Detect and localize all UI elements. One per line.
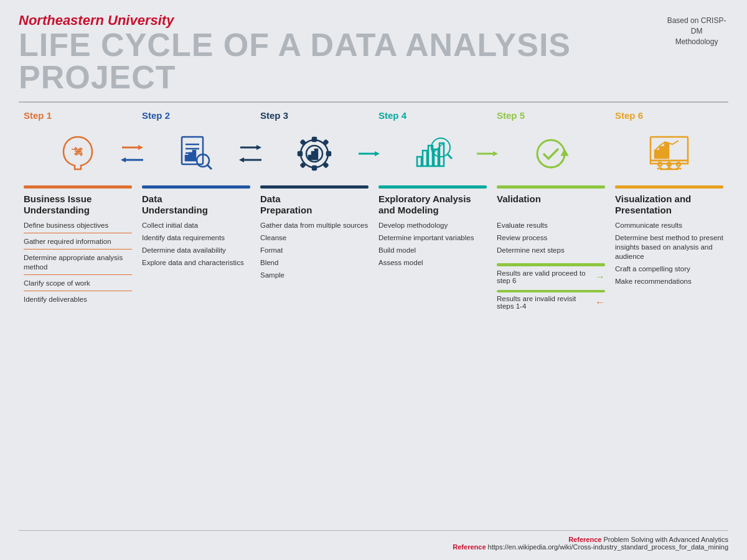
step2-icon-area (142, 126, 250, 182)
svg-rect-49 (665, 143, 669, 158)
step2-item-1: Collect initial data (142, 221, 250, 230)
svg-rect-29 (315, 149, 317, 159)
step3-items: Gather data from multiple sources Cleans… (260, 221, 369, 283)
step3-item-5: Sample (260, 271, 369, 280)
step2-item-2: Identify data requirements (142, 233, 250, 243)
step3-bar (260, 185, 369, 189)
title-divider (19, 101, 728, 103)
step1-icon (56, 132, 100, 175)
svg-rect-47 (655, 151, 659, 158)
main-title: LIFE CYCLE OF A DATA ANALYSIS PROJECT (19, 29, 665, 93)
step2-title: DataUnderstanding (142, 194, 250, 216)
step4-items: Develop methodology Determine important … (378, 221, 487, 271)
step6-bar (615, 185, 723, 189)
step-col-3: Step 3 (255, 110, 374, 525)
step6-item-3: Craft a compelling story (615, 264, 723, 274)
svg-point-37 (431, 138, 450, 157)
step5-icon (529, 132, 573, 175)
step4-label: Step 4 (378, 110, 487, 121)
step-col-6: Step 6 (610, 110, 728, 525)
references: Reference Problem Solving with Advanced … (19, 530, 728, 551)
arrow-left-darkblue2 (239, 155, 263, 165)
step5-bar (497, 185, 605, 189)
svg-rect-10 (193, 151, 195, 161)
step2-item-3: Determine data availability (142, 246, 250, 255)
svg-marker-1 (138, 145, 143, 150)
step5-item-2: Review process (497, 233, 605, 243)
step6-icon-area (615, 126, 723, 182)
step1-label: Step 1 (24, 110, 132, 121)
step5-label: Step 5 (497, 110, 605, 121)
steps-row: Step 1 (19, 110, 728, 525)
svg-marker-3 (121, 157, 126, 162)
svg-rect-28 (312, 152, 314, 159)
step2-bar (142, 185, 250, 189)
ref-label-2: Reference (453, 543, 486, 551)
step1-items: Define business objectives Gather requir… (24, 221, 132, 307)
step-col-1: Step 1 (19, 110, 137, 525)
ref-label-1: Reference (568, 536, 601, 543)
step1-item-1: Define business objectives (24, 221, 132, 233)
arrow-right-green (476, 149, 499, 159)
step-col-4: Step 4 (374, 110, 492, 525)
step4-item-4: Assess model (378, 258, 487, 268)
svg-rect-21 (298, 152, 302, 156)
step4-item-1: Develop methodology (378, 221, 487, 230)
step2-item-4: Explore data and characteristics (142, 258, 250, 268)
arrow-revisit: ← (595, 297, 605, 308)
step6-item-2: Determine best method to present insight… (615, 233, 723, 261)
arrow-left-blue (121, 155, 144, 165)
step5-invalid-revisit: Results are invalid revisit steps 1-4 ← (497, 295, 605, 310)
ref-line-2: Reference https://en.wikipedia.org/wiki/… (19, 543, 728, 551)
step2-items: Collect initial data Identify data requi… (142, 221, 250, 271)
step5-items: Evaluate results Review process Determin… (497, 221, 605, 258)
svg-rect-19 (312, 138, 316, 141)
arrow-3-4 (357, 149, 381, 159)
header-left: Northeastern University LIFE CYCLE OF A … (19, 12, 665, 98)
svg-rect-27 (309, 156, 311, 159)
step-col-2: Step 2 (137, 110, 255, 525)
step1-item-2: Gather required information (24, 237, 132, 250)
step5-valid-proceed: Results are valid proceed to step 6 → (497, 269, 605, 284)
step3-item-1: Gather data from multiple sources (260, 221, 369, 230)
header: Northeastern University LIFE CYCLE OF A … (19, 12, 728, 98)
step3-title: DataPreparation (260, 194, 369, 216)
step3-label: Step 3 (260, 110, 369, 121)
step1-item-4: Clarify scope of work (24, 279, 132, 291)
svg-rect-8 (186, 156, 188, 161)
step6-icon (647, 132, 691, 175)
step4-icon-area (378, 126, 487, 182)
step1-item-3: Determine appro­priate analysis method (24, 253, 132, 275)
arrow-right-darkblue (239, 142, 263, 152)
step1-title: Business IssueUnderstanding (24, 194, 132, 216)
step1-bar (24, 185, 132, 189)
svg-marker-40 (493, 151, 498, 156)
step5-item-1: Evaluate results (497, 221, 605, 230)
svg-rect-25 (301, 163, 305, 167)
step6-item-4: Make recommendations (615, 277, 723, 286)
step5-item-3: Determine next steps (497, 246, 605, 255)
svg-marker-31 (375, 151, 380, 156)
svg-rect-26 (324, 163, 328, 167)
svg-line-38 (448, 154, 452, 159)
ref-line-1: Reference Problem Solving with Advanced … (19, 536, 728, 543)
crisp-note: Based on CRISP-DM Methodology (665, 16, 728, 47)
step1-item-5: Identify deliverables (24, 295, 132, 304)
step4-bar (378, 185, 487, 189)
step5-title: Validation (497, 194, 605, 216)
step3-icon (293, 132, 336, 175)
arrow-proceed: → (595, 271, 605, 282)
step2-icon (174, 132, 218, 175)
svg-rect-32 (417, 157, 421, 166)
svg-rect-22 (327, 152, 331, 156)
step6-items: Communicate results Determine best metho… (615, 221, 723, 289)
svg-rect-9 (189, 153, 192, 161)
step5-divider1 (497, 263, 605, 266)
svg-line-12 (207, 165, 212, 169)
svg-marker-42 (562, 151, 567, 155)
step3-item-3: Format (260, 246, 369, 255)
step1-icon-area (24, 126, 132, 182)
main-container: Northeastern University LIFE CYCLE OF A … (0, 0, 747, 560)
svg-rect-24 (324, 140, 328, 144)
step6-label: Step 6 (615, 110, 723, 121)
